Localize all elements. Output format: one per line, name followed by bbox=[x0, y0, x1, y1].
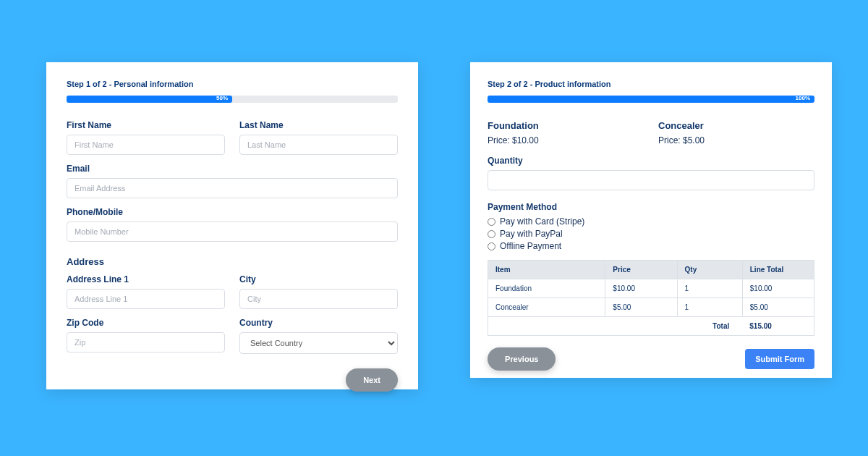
th-line-total: Line Total bbox=[742, 261, 814, 279]
step2-progress: 100% bbox=[488, 96, 814, 103]
submit-form-button[interactable]: Submit Form bbox=[745, 349, 814, 369]
table-row: Foundation $10.00 1 $10.00 bbox=[488, 279, 814, 298]
address-section-label: Address bbox=[67, 256, 398, 267]
total-row: Total $15.00 bbox=[488, 317, 814, 336]
th-item: Item bbox=[488, 261, 605, 279]
email-input[interactable] bbox=[67, 178, 398, 198]
step1-title: Step 1 of 2 - Personal information bbox=[67, 80, 398, 88]
country-select[interactable]: Select Country bbox=[239, 332, 398, 354]
summary-table: Item Price Qty Line Total Foundation $10… bbox=[488, 260, 814, 336]
step2-progress-label: 100% bbox=[796, 95, 812, 102]
pay-paypal-label: Pay with PayPal bbox=[500, 229, 563, 239]
payment-method-label: Payment Method bbox=[488, 202, 814, 212]
email-label: Email bbox=[67, 164, 398, 174]
pay-paypal-radio[interactable] bbox=[488, 230, 495, 238]
pay-stripe-row[interactable]: Pay with Card (Stripe) bbox=[488, 216, 814, 227]
product-a-price: Price: $10.00 bbox=[488, 135, 644, 145]
quantity-label: Quantity bbox=[488, 156, 814, 166]
pay-stripe-radio[interactable] bbox=[488, 218, 495, 226]
step2-progress-fill: 100% bbox=[488, 96, 814, 103]
step1-progress-label: 50% bbox=[216, 95, 229, 102]
addr1-input[interactable] bbox=[67, 289, 225, 309]
pay-paypal-row[interactable]: Pay with PayPal bbox=[488, 229, 814, 239]
first-name-label: First Name bbox=[67, 120, 225, 130]
next-button[interactable]: Next bbox=[346, 368, 398, 392]
th-qty: Qty bbox=[677, 261, 742, 279]
product-b-price: Price: $5.00 bbox=[658, 135, 814, 145]
last-name-label: Last Name bbox=[239, 120, 398, 130]
product-a-name: Foundation bbox=[488, 120, 644, 131]
phone-label: Phone/Mobile bbox=[67, 207, 398, 217]
pay-stripe-label: Pay with Card (Stripe) bbox=[500, 216, 584, 227]
table-row: Concealer $5.00 1 $5.00 bbox=[488, 298, 814, 317]
zip-label: Zip Code bbox=[67, 318, 225, 328]
product-b-name: Concealer bbox=[658, 120, 814, 131]
first-name-input[interactable] bbox=[67, 135, 225, 155]
total-label: Total bbox=[488, 317, 743, 336]
phone-input[interactable] bbox=[67, 221, 398, 242]
pay-offline-label: Offline Payment bbox=[500, 241, 561, 251]
last-name-input[interactable] bbox=[239, 135, 398, 155]
city-label: City bbox=[239, 274, 398, 284]
pay-offline-row[interactable]: Offline Payment bbox=[488, 241, 814, 251]
previous-button[interactable]: Previous bbox=[488, 347, 556, 371]
addr1-label: Address Line 1 bbox=[67, 274, 225, 284]
quantity-input[interactable] bbox=[488, 170, 814, 190]
step2-card: Step 2 of 2 - Product information 100% F… bbox=[470, 62, 832, 378]
city-input[interactable] bbox=[239, 289, 398, 309]
pay-offline-radio[interactable] bbox=[488, 242, 495, 250]
total-value: $15.00 bbox=[742, 317, 814, 336]
step1-progress-fill: 50% bbox=[67, 96, 232, 103]
zip-input[interactable] bbox=[67, 332, 225, 352]
step2-title: Step 2 of 2 - Product information bbox=[488, 80, 814, 88]
th-price: Price bbox=[605, 261, 677, 279]
step1-progress: 50% bbox=[67, 96, 398, 103]
country-label: Country bbox=[239, 318, 398, 328]
step1-card: Step 1 of 2 - Personal information 50% F… bbox=[46, 62, 418, 389]
